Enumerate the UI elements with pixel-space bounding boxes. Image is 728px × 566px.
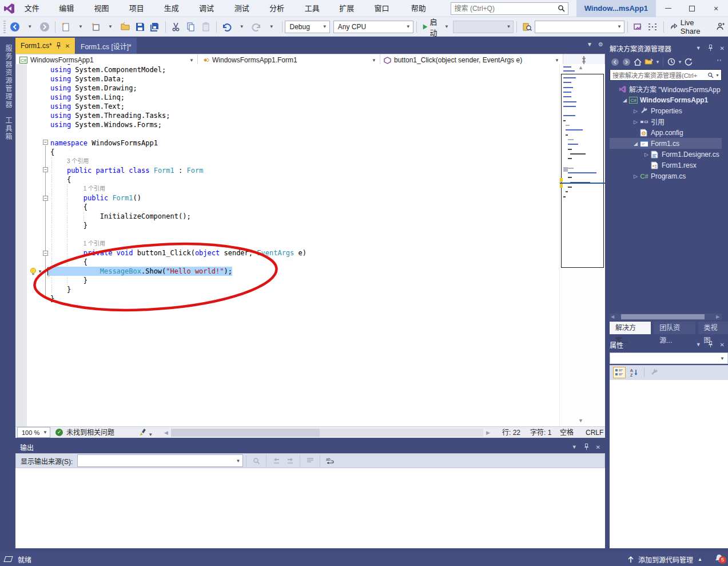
expand-arrow-icon[interactable]: ◢ <box>620 97 629 103</box>
minimize-button[interactable] <box>656 0 680 17</box>
code-line[interactable]: public partial class Form1 : Form <box>50 166 307 175</box>
code-line[interactable]: using System.Drawing; <box>50 84 307 93</box>
code-map-button[interactable] <box>646 20 660 34</box>
toolbar-overflow-icon[interactable]: '' <box>717 58 722 66</box>
scroll-left-icon[interactable]: ◀ <box>164 427 168 438</box>
alphabetical-sort-icon[interactable]: AZ <box>628 367 641 378</box>
code-line[interactable]: using System.Threading.Tasks; <box>50 111 307 120</box>
switch-views-icon[interactable] <box>644 57 654 67</box>
collapse-arrow-icon[interactable]: ▷ <box>631 108 640 114</box>
pin-icon[interactable] <box>708 45 713 52</box>
collapse-arrow-icon[interactable]: ▷ <box>642 152 651 157</box>
menu-item-9[interactable]: 工具(T) <box>299 0 333 17</box>
expand-arrow-icon[interactable]: ◢ <box>631 141 640 147</box>
tree-item-form1-resx[interactable]: Form1.resx <box>610 160 722 171</box>
redo-button[interactable] <box>250 20 264 34</box>
pin-icon[interactable] <box>584 444 589 451</box>
toolbar-grip[interactable] <box>3 21 6 33</box>
horizontal-scrollbar[interactable] <box>171 429 483 437</box>
find-in-files-button[interactable] <box>520 20 534 34</box>
tree-item-windowsformsapp1[interactable]: ◢C#WindowsFormsApp1 <box>610 94 722 105</box>
code-text-area[interactable]: using System.Collections.Generic;using S… <box>50 64 307 303</box>
search-input[interactable] <box>451 3 558 14</box>
code-line[interactable]: { <box>50 148 307 157</box>
output-source-combo[interactable]: ▼ <box>77 454 243 467</box>
menu-item-5[interactable]: 生成(B) <box>158 0 193 17</box>
code-line[interactable]: { <box>50 203 307 212</box>
menu-item-3[interactable]: 视图(V) <box>87 0 122 17</box>
document-list-dropdown-icon[interactable]: ▼ <box>587 41 592 48</box>
filter-dropdown[interactable]: ▼ <box>678 60 682 65</box>
code-line[interactable]: } <box>50 276 307 285</box>
open-file-button[interactable] <box>118 20 132 34</box>
collapse-arrow-icon[interactable]: ▷ <box>631 173 640 179</box>
document-tab-2[interactable]: Form1.cs [设计]* <box>75 38 137 54</box>
save-all-button[interactable] <box>148 20 162 34</box>
quick-search-box[interactable] <box>451 2 568 15</box>
tree-item-app-config[interactable]: App.config <box>610 127 722 138</box>
new-project-button[interactable] <box>89 20 102 34</box>
undo-dropdown[interactable]: ▼ <box>235 20 249 34</box>
undo-button[interactable] <box>220 20 234 34</box>
menu-item-7[interactable]: 测试(S) <box>228 0 263 17</box>
properties-titlebar[interactable]: 属性 ▼ ✕ <box>610 339 725 350</box>
add-to-source-control-button[interactable]: 添加到源代码管理 <box>638 555 693 564</box>
redo-dropdown[interactable]: ▼ <box>265 20 279 34</box>
collapse-arrow-icon[interactable]: ▷ <box>631 119 640 125</box>
code-line[interactable]: using System.Data; <box>50 74 307 84</box>
se-scroll-left-icon[interactable]: ◀ <box>611 314 614 319</box>
codelens-line[interactable]: 1 个引用 <box>50 184 307 193</box>
close-icon[interactable]: ✕ <box>596 444 600 450</box>
tool-tab-3[interactable]: 类视图 <box>698 322 728 334</box>
vertical-tab-1[interactable]: 服务器资源管理器 <box>3 45 13 109</box>
cut-button[interactable] <box>169 20 183 34</box>
menu-item-4[interactable]: 项目(P) <box>123 0 158 17</box>
code-editor[interactable]: − − − − ▼ using System.Collections.Gener… <box>15 64 605 426</box>
properties-content[interactable] <box>610 380 728 548</box>
properties-object-combo[interactable]: ▼ <box>610 353 728 364</box>
code-line[interactable]: private void button1_Click(object sender… <box>50 248 307 258</box>
code-line[interactable]: using System.Windows.Forms; <box>50 120 307 129</box>
home-icon[interactable] <box>632 57 643 67</box>
code-line[interactable]: using System.ComponentModel; <box>50 65 307 74</box>
menu-item-6[interactable]: 调试(D) <box>193 0 228 17</box>
spaces-indicator[interactable]: 空格 <box>560 427 574 438</box>
navigate-forward-button[interactable] <box>38 20 51 34</box>
document-tab-1[interactable]: Form1.cs*✕ <box>15 38 75 54</box>
search-options-dropdown[interactable]: ▼ <box>714 73 721 77</box>
solution-search-box[interactable]: 搜索解决方案资源管理器(Ctrl+ ▼ <box>610 69 722 81</box>
pending-changes-filter-icon[interactable] <box>666 57 677 67</box>
scroll-down-icon[interactable]: ▼ <box>578 418 583 423</box>
code-line[interactable]: using System.Text; <box>50 102 307 111</box>
solution-explorer-titlebar[interactable]: 解决方案资源管理器 ▼ ✕ <box>610 42 725 54</box>
refresh-icon[interactable] <box>683 57 694 67</box>
intellitrace-button[interactable] <box>631 20 645 34</box>
collapse-region-button[interactable]: − <box>43 196 48 201</box>
tree-item-form1-cs[interactable]: ◢Form1.cs <box>610 138 722 149</box>
code-cleanup-icon[interactable]: ▼ <box>139 428 153 440</box>
scroll-right-icon[interactable]: ▶ <box>486 427 490 438</box>
collapse-region-button[interactable]: − <box>43 251 48 256</box>
close-icon[interactable]: ✕ <box>720 45 725 52</box>
feedback-button[interactable] <box>714 20 727 34</box>
notifications-bell[interactable]: 5 <box>715 554 723 565</box>
tool-tab-2[interactable]: 团队资源... <box>654 322 695 334</box>
output-content[interactable] <box>15 468 605 548</box>
code-line[interactable] <box>50 129 307 138</box>
menu-item-11[interactable]: 窗口(W) <box>368 0 404 17</box>
new-file-dropdown[interactable]: ▼ <box>74 20 87 34</box>
switch-views-dropdown[interactable]: ▼ <box>655 60 660 65</box>
navigate-back-button[interactable] <box>8 20 22 34</box>
tree-item--windowsformsapp[interactable]: 解决方案 "WindowsFormsApp <box>610 84 722 94</box>
code-line[interactable]: MessageBox.Show("Hello world!"); <box>50 267 307 276</box>
panel-dropdown-icon[interactable]: ▼ <box>696 342 701 347</box>
new-project-dropdown[interactable]: ▼ <box>104 20 117 34</box>
tree-item-properties[interactable]: ▷Properties <box>610 105 722 116</box>
collapse-region-button[interactable]: − <box>43 167 48 172</box>
pin-icon[interactable] <box>56 42 61 50</box>
copy-button[interactable] <box>184 20 198 34</box>
scroll-up-icon[interactable]: ▲ <box>578 65 583 70</box>
close-icon[interactable]: ✕ <box>65 43 70 49</box>
pin-icon[interactable] <box>708 341 713 349</box>
code-line[interactable]: { <box>50 175 307 184</box>
